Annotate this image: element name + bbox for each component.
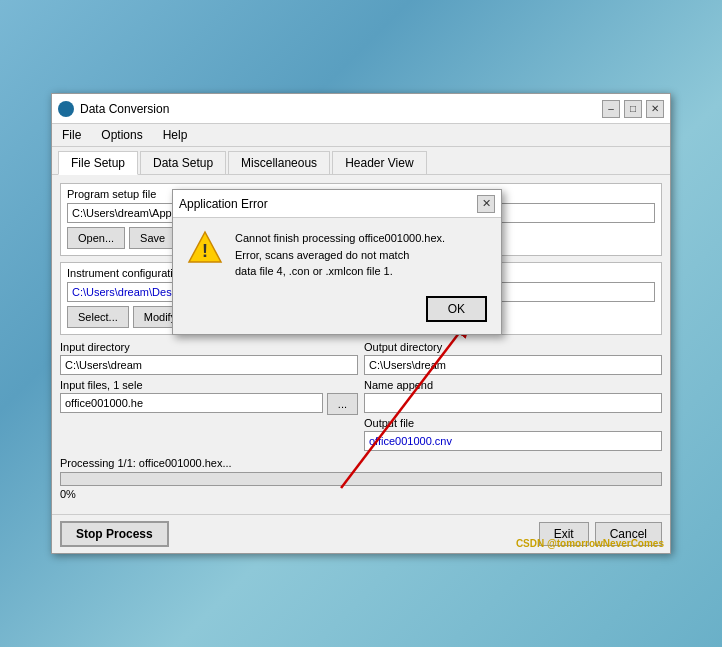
dialog-message-line3: data file 4, .con or .xmlcon file 1. (235, 263, 445, 280)
dialog-close-button[interactable]: ✕ (477, 195, 495, 213)
main-window: Data Conversion – □ ✕ File Options Help … (51, 93, 671, 554)
application-error-dialog: Application Error ✕ ! Cannot finish proc… (172, 189, 502, 335)
dialog-message-line2: Error, scans averaged do not match (235, 247, 445, 264)
dialog-overlay: Application Error ✕ ! Cannot finish proc… (52, 94, 670, 553)
dialog-ok-button[interactable]: OK (426, 296, 487, 322)
dialog-message: Cannot finish processing office001000.he… (235, 230, 445, 280)
dialog-title-text: Application Error (179, 197, 477, 211)
dialog-message-line1: Cannot finish processing office001000.he… (235, 230, 445, 247)
dialog-title-bar: Application Error ✕ (173, 190, 501, 218)
svg-line-1 (341, 333, 459, 488)
dialog-footer: OK (173, 292, 501, 334)
svg-text:!: ! (202, 241, 208, 261)
dialog-body: ! Cannot finish processing office001000.… (173, 218, 501, 292)
warning-icon: ! (187, 230, 223, 266)
